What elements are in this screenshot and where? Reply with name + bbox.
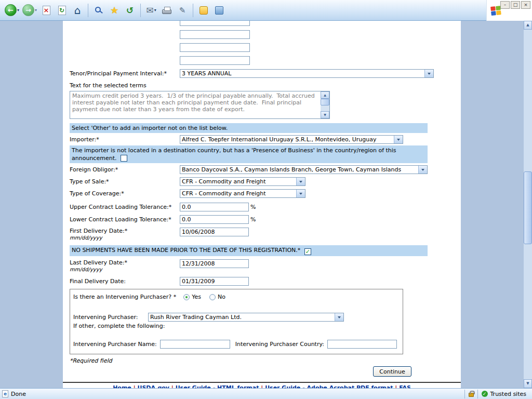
tenor-value: 3 YEARS ANNUAL — [182, 70, 232, 77]
terms-text: Maximum credit period 3 years. 1/3 of th… — [72, 92, 318, 117]
vertical-scrollbar[interactable]: ▲ ▼ — [524, 21, 532, 388]
dropdown-arrow-icon[interactable] — [424, 70, 433, 77]
type-of-coverage-select[interactable]: CFR - Commodity and Freight — [180, 189, 305, 198]
lock-pane — [464, 390, 477, 398]
favorites-button[interactable]: ★ — [107, 2, 122, 19]
terms-scroll-up-icon[interactable]: ▲ — [321, 91, 329, 99]
importer-note: Select 'Other' to add an importer not on… — [70, 123, 428, 133]
no-shipments-checkbox[interactable]: ✓ — [304, 248, 311, 255]
status-text: Done — [11, 391, 26, 397]
print-button[interactable] — [159, 2, 175, 19]
dropdown-arrow-icon[interactable] — [394, 136, 403, 143]
intervening-purchaser-value: Rush River Trading Cayman Ltd. — [150, 314, 242, 321]
search-icon — [95, 7, 101, 12]
intervening-country-label: Intervening Purchaser Country: — [235, 341, 324, 348]
required-note: *Required field — [70, 357, 454, 364]
intervening-yes-radio[interactable] — [183, 294, 190, 300]
lower-tolerance-input[interactable] — [180, 215, 249, 224]
date-format-hint: mm/dd/yyyy — [70, 267, 102, 272]
type-of-sale-value: CFR - Commodity and Freight — [182, 178, 266, 185]
scroll-up-button[interactable]: ▲ — [524, 21, 532, 30]
tenor-select[interactable]: 3 YEARS ANNUAL — [180, 69, 434, 78]
toolbar-separator — [88, 4, 88, 17]
form-page: Tenor/Principal Payment Interval:* 3 YEA… — [63, 21, 461, 388]
padlock-icon — [469, 393, 474, 397]
date-format-hint: mm/dd/yyyy — [70, 235, 102, 241]
back-chevron-down-icon[interactable]: ▾ — [17, 8, 19, 12]
no-label: No — [218, 294, 225, 300]
research-icon — [215, 6, 223, 15]
dropdown-arrow-icon[interactable] — [296, 178, 305, 185]
scrollbar-thumb[interactable] — [524, 171, 532, 244]
stop-button[interactable]: × — [38, 2, 54, 19]
forward-button[interactable]: → ▾ — [21, 2, 38, 19]
dropdown-arrow-icon[interactable] — [296, 190, 305, 197]
minimize-button[interactable]: – — [500, 1, 510, 9]
footer-link[interactable]: USDA.gov — [138, 384, 169, 388]
security-zone-pane: ✓ Trusted sites — [477, 390, 530, 398]
blank-input-3[interactable] — [180, 43, 250, 52]
intervening-purchaser-label: Intervening Purchaser: — [73, 314, 148, 321]
footer-divider — [63, 382, 461, 383]
toolbar-separator — [140, 4, 141, 17]
footer-link[interactable]: FAS — [399, 384, 411, 388]
footer-link[interactable]: User Guide - HTML format — [176, 384, 259, 388]
trusted-check-icon: ✓ — [482, 391, 488, 397]
back-button[interactable]: ← ▾ — [3, 2, 21, 19]
history-button[interactable]: ↺ — [122, 2, 138, 19]
final-delivery-input[interactable] — [180, 277, 249, 286]
intervening-country-input[interactable] — [327, 340, 397, 349]
terms-textarea[interactable]: Maximum credit period 3 years. 1/3 of th… — [70, 91, 330, 119]
type-of-coverage-value: CFR - Commodity and Freight — [182, 190, 266, 197]
footer-link[interactable]: Home — [113, 384, 131, 388]
home-icon: ⌂ — [74, 5, 81, 16]
terms-scroll-down-icon[interactable]: ▼ — [321, 111, 329, 118]
dropdown-arrow-icon[interactable] — [335, 313, 343, 321]
presence-checkbox[interactable] — [121, 155, 127, 162]
last-delivery-input[interactable] — [180, 259, 249, 268]
intervening-purchaser-select[interactable]: Rush River Trading Cayman Ltd. — [148, 313, 344, 322]
footer-separator: | — [169, 384, 176, 388]
research-button[interactable] — [211, 2, 227, 19]
search-button[interactable] — [91, 2, 107, 19]
final-delivery-label: Final Delivery Date: — [70, 278, 180, 285]
refresh-button[interactable]: ↻ — [54, 2, 70, 19]
if-other-note: If other, complete the following: — [73, 323, 400, 329]
importer-label: Importer:* — [70, 136, 180, 143]
status-bar: e Done ✓ Trusted sites — [0, 388, 532, 399]
foreign-obligor-value: Banco Daycoval S.A., Cayman Islands Bran… — [182, 166, 401, 173]
terms-scrollbar[interactable]: ▲ ▼ — [321, 91, 329, 118]
foreign-obligor-select[interactable]: Banco Daycoval S.A., Cayman Islands Bran… — [180, 165, 428, 174]
intervening-name-label: Intervening Purchaser Name: — [73, 341, 157, 348]
home-button[interactable]: ⌂ — [70, 2, 85, 19]
restore-button[interactable]: □ — [511, 1, 520, 9]
blank-input-4[interactable] — [180, 56, 250, 65]
messenger-button[interactable] — [196, 2, 211, 19]
first-delivery-input[interactable] — [180, 228, 249, 236]
window-controls: – □ × — [500, 1, 530, 9]
browser-viewport: Tenor/Principal Payment Interval:* 3 YEA… — [0, 21, 524, 388]
importer-select[interactable]: Alfred C. Toepfer International Uruguay … — [180, 135, 403, 144]
type-of-sale-select[interactable]: CFR - Commodity and Freight — [180, 177, 305, 186]
close-button[interactable]: × — [521, 1, 530, 9]
mail-button[interactable]: ✉ ▾ — [143, 2, 159, 19]
intervening-no-radio[interactable] — [209, 294, 216, 300]
mail-chevron-down-icon[interactable]: ▾ — [154, 8, 156, 12]
blank-input-2[interactable] — [180, 30, 250, 39]
scroll-down-button[interactable]: ▼ — [524, 379, 532, 388]
browser-window: ← ▾ → ▾ × ↻ ⌂ ★ ↺ ✉ ▾ — [0, 0, 532, 399]
continue-button[interactable]: Continue — [373, 366, 411, 377]
blank-input-1[interactable] — [180, 21, 250, 26]
first-delivery-label: First Delivery Date:* mm/dd/yyyy — [70, 228, 180, 241]
footer-link[interactable]: User Guide - Adobe Acrobat PDF format — [265, 384, 393, 388]
first-delivery-label-text: First Delivery Date:* — [70, 228, 127, 234]
edit-button[interactable]: ✎ — [175, 2, 190, 19]
dropdown-arrow-icon[interactable] — [418, 166, 427, 174]
stop-icon: × — [43, 6, 50, 15]
toolbar-separator — [193, 4, 193, 17]
terms-scroll-thumb[interactable] — [321, 99, 329, 105]
intervening-name-input[interactable] — [160, 340, 230, 349]
upper-tolerance-input[interactable] — [180, 203, 249, 211]
lower-tolerance-label: Lower Contract Loading Tolerance:* — [70, 216, 180, 223]
forward-chevron-down-icon[interactable]: ▾ — [35, 8, 37, 12]
